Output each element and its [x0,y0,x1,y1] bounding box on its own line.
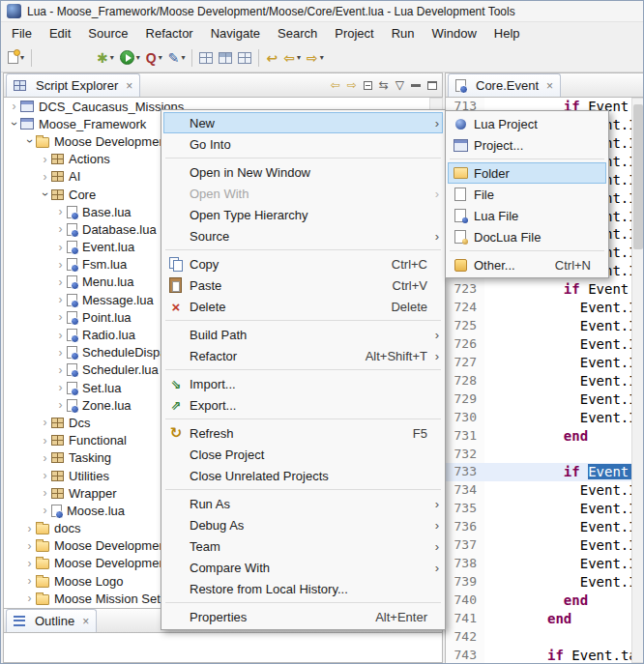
expand-arrow-icon[interactable]: › [54,241,67,254]
code-line-742[interactable]: 742 [446,628,631,647]
expand-arrow-icon[interactable]: › [23,557,36,570]
search-view-button[interactable] [216,46,235,70]
close-icon[interactable]: × [546,79,553,93]
dropdown-caret-icon[interactable]: ▾ [320,53,324,62]
dropdown-caret-icon[interactable]: ▾ [136,53,140,62]
code-line-729[interactable]: 729 Event.I [446,390,631,409]
menubar-refactor[interactable]: Refactor [137,24,202,43]
context-menu-item-source[interactable]: Source› [163,225,443,246]
code-line-727[interactable]: 727 Event.I [446,354,631,372]
forward-button[interactable]: ⇨▾ [304,46,327,70]
collapse-arrow-icon[interactable]: › [23,135,37,148]
minimize-icon[interactable] [411,84,421,87]
menubar-run[interactable]: Run [383,24,424,43]
dropdown-caret-icon[interactable]: ▾ [110,53,114,62]
back-button[interactable]: ⇦▾ [280,46,304,70]
mark-occurrences-button[interactable] [235,46,254,70]
expand-arrow-icon[interactable]: › [54,222,67,236]
context-menu-item-compare-with[interactable]: Compare With› [163,557,443,578]
expand-arrow-icon[interactable]: › [54,205,67,218]
context-menu-item-export[interactable]: ⇗Export... [163,394,443,416]
expand-arrow-icon[interactable]: › [54,293,67,306]
new-submenu-item-file[interactable]: File [448,184,606,205]
expand-arrow-icon[interactable]: › [23,539,36,553]
context-menu-item-paste[interactable]: PasteCtrl+V [163,274,443,296]
expand-arrow-icon[interactable]: › [54,310,67,324]
menubar-source[interactable]: Source [79,24,136,43]
expand-arrow-icon[interactable]: › [39,486,51,500]
context-menu-item-refresh[interactable]: ↻RefreshF5 [163,422,443,444]
dropdown-caret-icon[interactable]: ▾ [181,53,185,62]
dropdown-caret-icon[interactable]: ▾ [297,53,301,62]
close-icon[interactable]: × [82,615,89,628]
scrollbar-thumb[interactable] [633,104,643,249]
context-menu-item-open-type-hierarchy[interactable]: Open Type Hierarchy [163,204,443,225]
context-menu-item-team[interactable]: Team› [163,535,443,557]
code-line-743[interactable]: 743 if Event.ta [446,647,631,663]
code-line-733[interactable]: 733 if Event.I [446,463,631,481]
collapse-arrow-icon[interactable]: › [39,188,52,201]
expand-arrow-icon[interactable]: › [39,153,51,166]
context-menu-item-run-as[interactable]: Run As› [163,493,443,514]
code-line-732[interactable]: 732 [446,446,631,464]
expand-arrow-icon[interactable]: › [54,363,67,377]
context-menu-item-new[interactable]: New› [163,112,443,133]
collapse-arrow-icon[interactable]: › [8,118,21,130]
new-wizard-button[interactable]: ▾ [5,46,27,70]
code-line-736[interactable]: 736 Event.I [446,518,631,536]
expand-arrow-icon[interactable]: › [39,170,51,184]
expand-arrow-icon[interactable]: › [54,381,67,394]
expand-arrow-icon[interactable]: › [8,100,20,113]
editor-scrollbar[interactable] [631,98,644,663]
menubar-file[interactable]: File [3,24,41,43]
code-line-739[interactable]: 739 Event.I [446,573,631,592]
open-type-button[interactable] [196,46,216,70]
new-submenu-item-lua-file[interactable]: Lua File [448,205,606,226]
code-line-723[interactable]: 723 if Event.I [446,280,631,299]
code-line-735[interactable]: 735 Event.I [446,500,631,518]
dropdown-caret-icon[interactable]: ▾ [20,53,24,62]
context-menu-item-restore-from-local-history[interactable]: Restore from Local History... [163,578,443,599]
code-line-740[interactable]: 740 end [446,592,631,610]
context-menu-item-close-unrelated-projects[interactable]: Close Unrelated Projects [163,465,443,486]
new-submenu-item-lua-project[interactable]: Lua Project [448,113,606,134]
coverage-button[interactable]: Q▾ [143,46,165,70]
collapse-all-icon[interactable] [364,81,372,90]
menubar-window[interactable]: Window [424,24,485,43]
code-line-730[interactable]: 730 Event.I [446,409,631,427]
context-menu-item-debug-as[interactable]: Debug As› [163,514,443,535]
new-submenu-item-project[interactable]: Project... [448,134,606,156]
expand-arrow-icon[interactable]: › [39,469,51,482]
dropdown-caret-icon[interactable]: ▾ [159,53,162,62]
new-submenu-item-doclua-file[interactable]: DocLua File [448,226,606,247]
expand-arrow-icon[interactable]: › [39,451,51,465]
expand-arrow-icon[interactable]: › [39,504,51,517]
menubar-project[interactable]: Project [326,24,382,43]
code-line-731[interactable]: 731 end [446,427,631,446]
view-menu-icon[interactable]: ▽ [395,79,404,91]
debug-button[interactable]: ✱▾ [94,46,117,70]
context-menu-item-go-into[interactable]: Go Into [163,133,443,155]
tab-script-explorer[interactable]: Script Explorer × [6,73,140,97]
close-icon[interactable]: × [126,79,132,93]
expand-arrow-icon[interactable]: › [54,329,67,342]
context-menu-item-close-project[interactable]: Close Project [163,444,443,465]
expand-arrow-icon[interactable]: › [39,416,51,429]
menubar-help[interactable]: Help [485,24,529,43]
tab-core-event[interactable]: Core.Event × [448,73,561,97]
code-line-726[interactable]: 726 Event.I [446,335,631,354]
expand-arrow-icon[interactable]: › [23,522,36,535]
expand-arrow-icon[interactable]: › [39,434,51,447]
expand-arrow-icon[interactable]: › [54,275,67,289]
maximize-icon[interactable] [427,81,437,90]
new-submenu-item-folder[interactable]: Folder [448,162,606,184]
context-menu-item-open-in-new-window[interactable]: Open in New Window [163,161,443,183]
context-menu-item-import[interactable]: ⇘Import... [163,373,443,394]
new-submenu-item-other[interactable]: Other...Ctrl+N [448,254,606,275]
back-icon[interactable]: ⇦ [331,79,340,91]
run-button[interactable]: ▾ [117,46,143,70]
code-line-737[interactable]: 737 Event.I [446,536,631,555]
link-with-editor-icon[interactable]: ⇆ [379,79,389,91]
menubar-navigate[interactable]: Navigate [202,24,269,43]
expand-arrow-icon[interactable]: › [54,258,67,272]
